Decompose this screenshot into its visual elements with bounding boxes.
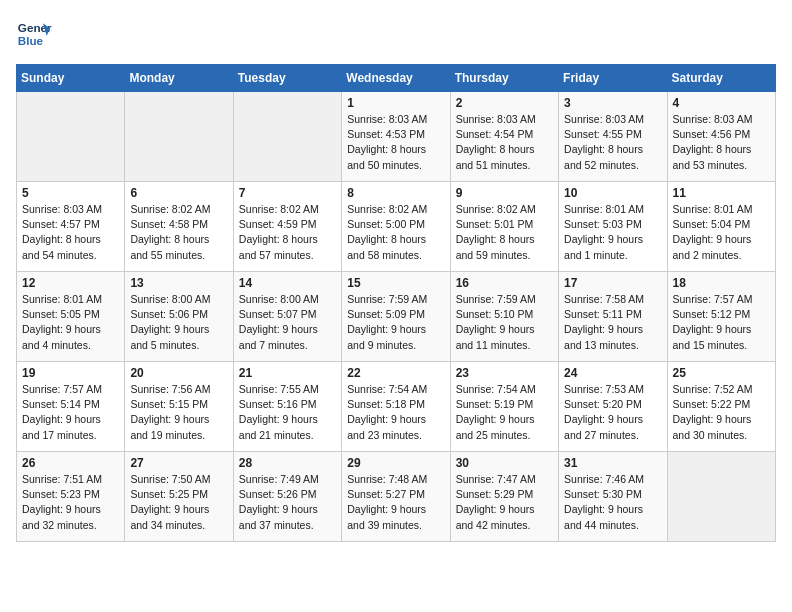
day-number: 4 (673, 96, 770, 110)
day-number: 1 (347, 96, 444, 110)
logo: General Blue (16, 16, 52, 52)
day-number: 24 (564, 366, 661, 380)
day-number: 5 (22, 186, 119, 200)
day-number: 29 (347, 456, 444, 470)
day-number: 2 (456, 96, 553, 110)
calendar-week-row: 19Sunrise: 7:57 AM Sunset: 5:14 PM Dayli… (17, 362, 776, 452)
calendar-cell: 10Sunrise: 8:01 AM Sunset: 5:03 PM Dayli… (559, 182, 667, 272)
calendar-week-row: 12Sunrise: 8:01 AM Sunset: 5:05 PM Dayli… (17, 272, 776, 362)
calendar-cell: 7Sunrise: 8:02 AM Sunset: 4:59 PM Daylig… (233, 182, 341, 272)
calendar-cell: 5Sunrise: 8:03 AM Sunset: 4:57 PM Daylig… (17, 182, 125, 272)
day-info: Sunrise: 8:02 AM Sunset: 4:58 PM Dayligh… (130, 202, 227, 263)
calendar-cell (667, 452, 775, 542)
weekday-header: Tuesday (233, 65, 341, 92)
day-number: 26 (22, 456, 119, 470)
calendar-cell: 14Sunrise: 8:00 AM Sunset: 5:07 PM Dayli… (233, 272, 341, 362)
calendar-cell: 23Sunrise: 7:54 AM Sunset: 5:19 PM Dayli… (450, 362, 558, 452)
day-number: 17 (564, 276, 661, 290)
calendar-cell: 22Sunrise: 7:54 AM Sunset: 5:18 PM Dayli… (342, 362, 450, 452)
day-info: Sunrise: 7:57 AM Sunset: 5:12 PM Dayligh… (673, 292, 770, 353)
day-number: 14 (239, 276, 336, 290)
day-info: Sunrise: 8:01 AM Sunset: 5:05 PM Dayligh… (22, 292, 119, 353)
calendar-cell (125, 92, 233, 182)
day-number: 12 (22, 276, 119, 290)
day-number: 3 (564, 96, 661, 110)
calendar-cell: 18Sunrise: 7:57 AM Sunset: 5:12 PM Dayli… (667, 272, 775, 362)
calendar-cell: 1Sunrise: 8:03 AM Sunset: 4:53 PM Daylig… (342, 92, 450, 182)
calendar-cell: 28Sunrise: 7:49 AM Sunset: 5:26 PM Dayli… (233, 452, 341, 542)
day-number: 20 (130, 366, 227, 380)
calendar-table: SundayMondayTuesdayWednesdayThursdayFrid… (16, 64, 776, 542)
calendar-cell: 3Sunrise: 8:03 AM Sunset: 4:55 PM Daylig… (559, 92, 667, 182)
day-number: 19 (22, 366, 119, 380)
day-info: Sunrise: 7:59 AM Sunset: 5:09 PM Dayligh… (347, 292, 444, 353)
day-info: Sunrise: 7:52 AM Sunset: 5:22 PM Dayligh… (673, 382, 770, 443)
day-number: 7 (239, 186, 336, 200)
page-header: General Blue (16, 16, 776, 52)
calendar-cell: 21Sunrise: 7:55 AM Sunset: 5:16 PM Dayli… (233, 362, 341, 452)
calendar-cell: 24Sunrise: 7:53 AM Sunset: 5:20 PM Dayli… (559, 362, 667, 452)
weekday-header: Wednesday (342, 65, 450, 92)
calendar-cell (17, 92, 125, 182)
day-info: Sunrise: 7:53 AM Sunset: 5:20 PM Dayligh… (564, 382, 661, 443)
day-number: 30 (456, 456, 553, 470)
day-info: Sunrise: 8:00 AM Sunset: 5:06 PM Dayligh… (130, 292, 227, 353)
calendar-cell: 29Sunrise: 7:48 AM Sunset: 5:27 PM Dayli… (342, 452, 450, 542)
day-number: 15 (347, 276, 444, 290)
calendar-cell: 13Sunrise: 8:00 AM Sunset: 5:06 PM Dayli… (125, 272, 233, 362)
day-number: 27 (130, 456, 227, 470)
day-number: 25 (673, 366, 770, 380)
weekday-header: Friday (559, 65, 667, 92)
calendar-cell: 30Sunrise: 7:47 AM Sunset: 5:29 PM Dayli… (450, 452, 558, 542)
day-number: 10 (564, 186, 661, 200)
day-number: 28 (239, 456, 336, 470)
calendar-header: SundayMondayTuesdayWednesdayThursdayFrid… (17, 65, 776, 92)
calendar-week-row: 1Sunrise: 8:03 AM Sunset: 4:53 PM Daylig… (17, 92, 776, 182)
day-info: Sunrise: 8:03 AM Sunset: 4:57 PM Dayligh… (22, 202, 119, 263)
calendar-cell: 15Sunrise: 7:59 AM Sunset: 5:09 PM Dayli… (342, 272, 450, 362)
day-number: 11 (673, 186, 770, 200)
day-info: Sunrise: 8:03 AM Sunset: 4:53 PM Dayligh… (347, 112, 444, 173)
day-info: Sunrise: 8:01 AM Sunset: 5:03 PM Dayligh… (564, 202, 661, 263)
day-number: 8 (347, 186, 444, 200)
day-info: Sunrise: 7:59 AM Sunset: 5:10 PM Dayligh… (456, 292, 553, 353)
svg-text:Blue: Blue (18, 34, 44, 47)
calendar-cell: 9Sunrise: 8:02 AM Sunset: 5:01 PM Daylig… (450, 182, 558, 272)
day-number: 16 (456, 276, 553, 290)
calendar-cell (233, 92, 341, 182)
calendar-cell: 25Sunrise: 7:52 AM Sunset: 5:22 PM Dayli… (667, 362, 775, 452)
day-info: Sunrise: 8:01 AM Sunset: 5:04 PM Dayligh… (673, 202, 770, 263)
day-number: 31 (564, 456, 661, 470)
day-number: 6 (130, 186, 227, 200)
day-info: Sunrise: 8:02 AM Sunset: 5:01 PM Dayligh… (456, 202, 553, 263)
day-info: Sunrise: 7:48 AM Sunset: 5:27 PM Dayligh… (347, 472, 444, 533)
day-info: Sunrise: 8:02 AM Sunset: 4:59 PM Dayligh… (239, 202, 336, 263)
calendar-cell: 31Sunrise: 7:46 AM Sunset: 5:30 PM Dayli… (559, 452, 667, 542)
day-info: Sunrise: 8:03 AM Sunset: 4:56 PM Dayligh… (673, 112, 770, 173)
day-info: Sunrise: 7:51 AM Sunset: 5:23 PM Dayligh… (22, 472, 119, 533)
day-info: Sunrise: 8:03 AM Sunset: 4:54 PM Dayligh… (456, 112, 553, 173)
day-info: Sunrise: 7:55 AM Sunset: 5:16 PM Dayligh… (239, 382, 336, 443)
weekday-header: Thursday (450, 65, 558, 92)
logo-icon: General Blue (16, 16, 52, 52)
calendar-cell: 17Sunrise: 7:58 AM Sunset: 5:11 PM Dayli… (559, 272, 667, 362)
day-info: Sunrise: 7:54 AM Sunset: 5:19 PM Dayligh… (456, 382, 553, 443)
day-info: Sunrise: 7:56 AM Sunset: 5:15 PM Dayligh… (130, 382, 227, 443)
calendar-cell: 27Sunrise: 7:50 AM Sunset: 5:25 PM Dayli… (125, 452, 233, 542)
calendar-cell: 2Sunrise: 8:03 AM Sunset: 4:54 PM Daylig… (450, 92, 558, 182)
day-info: Sunrise: 8:00 AM Sunset: 5:07 PM Dayligh… (239, 292, 336, 353)
day-number: 18 (673, 276, 770, 290)
calendar-cell: 11Sunrise: 8:01 AM Sunset: 5:04 PM Dayli… (667, 182, 775, 272)
calendar-cell: 8Sunrise: 8:02 AM Sunset: 5:00 PM Daylig… (342, 182, 450, 272)
calendar-week-row: 26Sunrise: 7:51 AM Sunset: 5:23 PM Dayli… (17, 452, 776, 542)
calendar-cell: 12Sunrise: 8:01 AM Sunset: 5:05 PM Dayli… (17, 272, 125, 362)
calendar-cell: 20Sunrise: 7:56 AM Sunset: 5:15 PM Dayli… (125, 362, 233, 452)
day-info: Sunrise: 8:02 AM Sunset: 5:00 PM Dayligh… (347, 202, 444, 263)
calendar-cell: 6Sunrise: 8:02 AM Sunset: 4:58 PM Daylig… (125, 182, 233, 272)
day-number: 23 (456, 366, 553, 380)
calendar-cell: 16Sunrise: 7:59 AM Sunset: 5:10 PM Dayli… (450, 272, 558, 362)
day-info: Sunrise: 7:46 AM Sunset: 5:30 PM Dayligh… (564, 472, 661, 533)
day-info: Sunrise: 7:57 AM Sunset: 5:14 PM Dayligh… (22, 382, 119, 443)
day-number: 21 (239, 366, 336, 380)
calendar-cell: 19Sunrise: 7:57 AM Sunset: 5:14 PM Dayli… (17, 362, 125, 452)
